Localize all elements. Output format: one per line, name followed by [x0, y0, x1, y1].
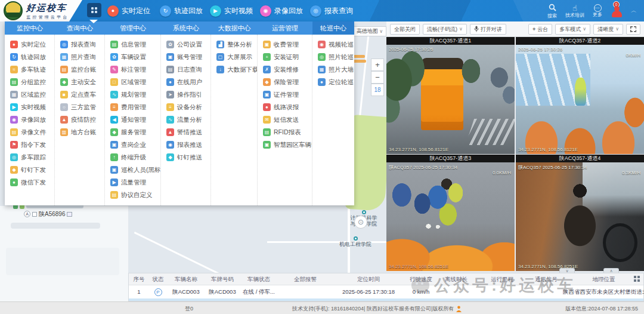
menu-item[interactable]: ◆钉钉推送 — [161, 151, 210, 164]
vehicle-checkbox[interactable] — [32, 212, 37, 217]
menu-item[interactable]: ◆服务管理 — [105, 126, 160, 138]
user-avatar[interactable]: 0 — [611, 4, 623, 18]
menu-tab-2[interactable]: 查询中心 — [55, 21, 105, 35]
chevron-up-icon[interactable]: ︿ — [631, 7, 637, 15]
menu-item[interactable]: ▶实时视频 — [5, 101, 54, 113]
nav-item-2[interactable]: ↻轨迹回放 — [160, 0, 203, 21]
table-header-cell[interactable]: 地理位置 — [563, 273, 644, 285]
menu-item[interactable]: ≈多车轨迹 — [5, 63, 54, 76]
menu-item[interactable]: ◆主动安全 — [55, 76, 104, 88]
menu-item[interactable]: ●线路误报 — [258, 101, 312, 113]
menu-item[interactable]: ▣巡检人员(黑标) — [105, 164, 160, 176]
menu-item[interactable]: ◉视频轮巡 — [312, 38, 354, 51]
search-button[interactable]: 搜索 — [547, 4, 557, 19]
table-header-cell[interactable]: 定位时间 — [333, 273, 404, 285]
nav-item-4[interactable]: ◉录像回放 — [260, 0, 303, 21]
fullscreen-button[interactable] — [626, 24, 640, 35]
menu-item[interactable]: ↓大数据下载 — [211, 63, 257, 76]
menu-item[interactable]: ✎标注管理 — [105, 63, 160, 76]
table-header-cell[interactable]: 车辆状态 — [240, 273, 278, 285]
menu-item[interactable]: ●实时定位 — [5, 38, 54, 51]
menu-item[interactable]: ▦照片查询 — [55, 51, 104, 63]
nav-item-5[interactable]: ◎报表查询 — [310, 0, 353, 21]
menu-item[interactable]: ■定点查车 — [55, 88, 104, 101]
multi-vehicle-mode-select[interactable]: 多车模式∨ — [555, 24, 590, 35]
ptz-button[interactable]: +云台 — [528, 24, 552, 35]
menu-item[interactable]: ▦区域监控 — [5, 88, 54, 101]
menu-item[interactable]: ▤监控台账 — [55, 63, 104, 76]
table-collapse-tab[interactable]: ∨ — [559, 268, 575, 273]
menu-item[interactable]: ◉报表推送 — [161, 138, 210, 151]
menu-item[interactable]: ▤分组监控 — [5, 76, 54, 88]
table-header-cell[interactable]: 离线时长 — [438, 273, 475, 285]
menu-item[interactable]: ●在线用户 — [161, 76, 210, 88]
menu-item[interactable]: ▣收费管理 — [258, 38, 312, 51]
talk-button[interactable]: 打开对讲 — [470, 24, 506, 35]
menu-item[interactable]: ▣账号管理 — [161, 51, 210, 63]
menu-item[interactable]: ≡设备分析 — [161, 101, 210, 113]
close-all-button[interactable]: 全部关闭 — [390, 24, 420, 35]
clarity-select[interactable]: 清晰度∨ — [593, 24, 623, 35]
menu-item[interactable]: ◎报表查询 — [55, 38, 104, 51]
menu-item[interactable]: □区域管理 — [105, 76, 160, 88]
menu-item[interactable]: ↑终端升级 — [105, 151, 160, 164]
menu-item[interactable]: ▲警情推送 — [161, 126, 210, 138]
video-cell-1[interactable]: 陕ACQ357-通道12025-06-25 17:30:2634.23.2771… — [386, 37, 515, 154]
menu-item[interactable]: +安装证明 — [258, 51, 312, 63]
menu-item[interactable]: ○三方监管 — [55, 101, 104, 113]
menu-item[interactable]: ➤操作指引 — [161, 88, 210, 101]
map-settings-button[interactable]: ⊙ — [354, 216, 367, 229]
table-row[interactable]: 1P陕ACD003陕ACD003在线 / 停车...2025-06-25 17:… — [129, 285, 643, 298]
menu-item[interactable]: ▟整体分析 — [211, 38, 257, 51]
menu-tab-4[interactable]: 系统中心 — [161, 21, 211, 35]
menu-item[interactable]: ◎多车跟踪 — [5, 151, 54, 164]
menu-item[interactable]: ✿公司设置 — [161, 38, 210, 51]
table-expand-tab[interactable]: ∧ — [603, 268, 619, 273]
menu-item[interactable]: ▶流量管理 — [105, 176, 160, 189]
table-header-cell[interactable]: 状态 — [149, 273, 167, 285]
menu-tab-6[interactable]: 运营管理 — [258, 21, 312, 35]
menu-item[interactable]: ▦照片大墙 — [312, 63, 354, 76]
video-cell-3[interactable]: 陕ACQ357-通道3陕ACQ357 2025-06-25 17:30:340.… — [386, 155, 515, 271]
table-header-cell[interactable]: 车辆名称 — [167, 273, 205, 285]
nav-item-1[interactable]: ●实时定位 — [107, 0, 150, 21]
table-grid-icon[interactable] — [634, 276, 640, 282]
stream-quality-select[interactable]: 流畅(子码流)∨ — [423, 24, 467, 35]
menu-item[interactable]: ▥地方台账 — [55, 126, 104, 138]
menu-item[interactable]: ✿车辆设置 — [105, 51, 160, 63]
menu-item[interactable]: ▣智慧园区车辆管理 — [258, 138, 312, 151]
table-row-selected-strip[interactable] — [129, 298, 643, 301]
video-cell-4[interactable]: 陕ACQ357-通道4陕ACQ357 2025-06-25 17:30:340.… — [516, 155, 644, 271]
zoom-out-button[interactable]: − — [371, 71, 384, 84]
menu-item[interactable]: ◀通知管理 — [105, 113, 160, 126]
menu-item[interactable]: ✉短信发送 — [258, 113, 312, 126]
menu-item[interactable]: ●定位轮巡 — [312, 76, 354, 88]
menu-item[interactable]: ▤日志查询 — [161, 63, 210, 76]
menu-item[interactable]: ◎照片轮巡 — [312, 51, 354, 63]
menu-item[interactable]: ▤协议自定义 — [105, 189, 160, 201]
tree-vehicle-row[interactable]: A 陕A56896 — [24, 211, 83, 217]
table-header-cell[interactable]: 车牌号码 — [205, 273, 240, 285]
menu-item[interactable]: ≡费用管理 — [105, 101, 160, 113]
more-button[interactable]: ⋯ 更多 — [593, 4, 602, 17]
table-header-cell[interactable]: 运行里程 — [475, 273, 530, 285]
menu-item[interactable]: ●微信下发 — [5, 176, 54, 189]
menu-item[interactable]: ↻轨迹回放 — [5, 51, 54, 63]
menu-item[interactable]: ◆保险管理 — [258, 76, 312, 88]
training-button[interactable]: ☝ 技术培训 — [565, 4, 584, 18]
table-header-cell[interactable]: 序号 — [129, 273, 149, 285]
menu-item[interactable]: ∿流量分析 — [161, 113, 210, 126]
menu-item[interactable]: ✗安装维修 — [258, 63, 312, 76]
menu-item[interactable]: ▢大屏展示 — [211, 51, 257, 63]
map-type-select[interactable]: 高德地图 ∨ — [353, 26, 386, 36]
menu-item[interactable]: ∿规划管理 — [105, 88, 160, 101]
menu-item[interactable]: ▤录像文件 — [5, 126, 54, 138]
menu-item[interactable]: ▣证件管理 — [258, 88, 312, 101]
menu-tab-1[interactable]: 监控中心 — [5, 21, 55, 35]
video-cell-2[interactable]: 陕ACQ357-通道22025-06-25 17:30:260KM/H34.23… — [516, 37, 644, 154]
zoom-in-button[interactable]: + — [371, 59, 384, 71]
menu-tab-5[interactable]: 大数据中心 — [211, 21, 258, 35]
menu-tab-7[interactable]: 轮巡中心 — [312, 21, 354, 35]
menu-item[interactable]: ▤信息管理 — [105, 38, 160, 51]
menu-tab-3[interactable]: 管理中心 — [105, 21, 161, 35]
